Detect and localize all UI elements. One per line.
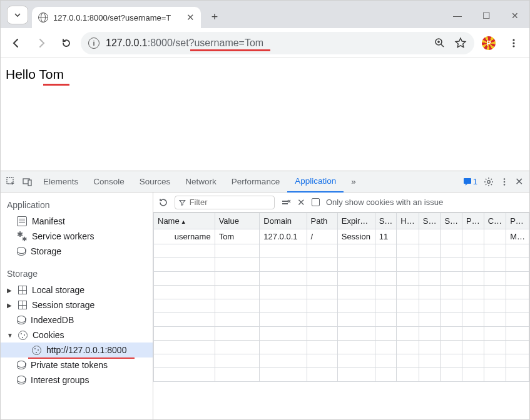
tab-console[interactable]: Console [86,171,132,192]
svg-point-1 [512,39,514,41]
col-httponly[interactable]: H… [397,213,419,229]
tab-sources[interactable]: Sources [132,171,178,192]
col-secure[interactable]: S… [419,213,441,229]
table-row[interactable]: username Tom 127.0.0.1 / Session 11 M… [154,229,529,244]
database-icon [17,376,26,384]
cookies-table[interactable]: Name▲ Value Domain Path Expir… S… H… S… … [153,212,529,419]
svg-rect-7 [464,178,471,184]
close-window-button[interactable]: ✕ [501,3,529,28]
database-icon [17,247,26,256]
table-row[interactable] [154,354,529,368]
browser-menu-button[interactable] [503,32,524,54]
sidebar-item-local-storage[interactable]: ▶Local storage [1,282,153,298]
svg-rect-12 [282,201,288,202]
filter-input[interactable] [175,196,275,209]
grid-icon [18,286,27,294]
tab-elements[interactable]: Elements [36,171,86,192]
cookie-icon [18,331,28,340]
issues-count: 1 [473,177,477,186]
gears-icon [17,231,27,241]
clear-all-icon[interactable] [281,198,291,208]
minimize-button[interactable]: — [443,3,472,28]
cell-size: 11 [375,229,397,244]
table-row[interactable] [154,341,529,354]
site-info-icon[interactable]: i [88,38,99,49]
close-tab-button[interactable]: ✕ [186,12,195,23]
table-row[interactable] [154,368,529,382]
devtools-close-button[interactable]: ✕ [515,176,523,188]
url-path: /set?username=Tom [173,38,263,48]
profile-button[interactable]: P [478,32,499,54]
forward-button[interactable] [31,32,52,54]
sidebar-item-private-state-tokens[interactable]: Private state tokens [1,358,153,372]
globe-icon [38,12,48,22]
reload-icon[interactable] [158,198,168,208]
col-crosssite[interactable]: C… [484,213,506,229]
sidebar-item-session-storage[interactable]: ▶Session storage [1,298,153,312]
col-value[interactable]: Value [215,213,260,229]
col-domain[interactable]: Domain [260,213,307,229]
tab-application[interactable]: Application [287,171,344,192]
delete-selected-button[interactable]: ✕ [297,197,305,208]
filter-field[interactable] [190,198,270,207]
cell-prio: M… [506,229,529,244]
col-priority[interactable]: P… [506,213,529,229]
caret-right-icon: ▶ [7,287,13,294]
col-size[interactable]: S… [375,213,397,229]
zoom-icon[interactable] [434,38,446,49]
table-row[interactable] [154,244,529,258]
sidebar-item-cookie-origin[interactable]: http://127.0.0.1:8000 [1,342,153,358]
table-header-row: Name▲ Value Domain Path Expir… S… H… S… … [154,213,529,229]
window-controls: — ☐ ✕ [443,3,529,28]
sidebar-item-storage[interactable]: Storage [1,244,153,259]
maximize-button[interactable]: ☐ [472,3,501,28]
table-row[interactable] [154,258,529,272]
sidebar-item-indexeddb[interactable]: IndexedDB [1,312,153,328]
annotation-underline [28,358,135,359]
cookies-toolbar: ✕ Only show cookies with an issue [153,192,529,212]
sidebar-item-cookies[interactable]: ▼Cookies [1,328,153,342]
back-button[interactable] [6,32,27,54]
kebab-icon[interactable] [500,178,509,186]
tab-network[interactable]: Network [178,171,224,192]
tab-performance[interactable]: Performance [224,171,287,192]
filter-icon [179,199,186,206]
url-text: 127.0.0.1:8000/set?username=Tom [106,38,263,49]
only-issue-checkbox[interactable] [312,198,320,206]
new-tab-button[interactable]: + [206,8,223,26]
url-port: :8000 [148,38,173,48]
col-partition[interactable]: P… [462,213,484,229]
reload-button[interactable] [56,32,77,54]
browser-tab[interactable]: 127.0.0.1:8000/set?username=T ✕ [32,7,201,28]
table-row[interactable] [154,299,529,313]
settings-icon[interactable] [484,177,494,187]
col-path[interactable]: Path [307,213,337,229]
sort-asc-icon: ▲ [181,219,186,225]
col-samesite[interactable]: S… [441,213,462,229]
issues-badge[interactable]: 1 [463,177,477,186]
table-row[interactable] [154,327,529,341]
chevron-down-icon [14,11,21,19]
sidebar-header-application: Application [1,198,153,214]
svg-point-3 [512,45,514,47]
tab-search-button[interactable] [7,6,28,24]
svg-rect-13 [282,203,288,204]
col-expires[interactable]: Expir… [337,213,375,229]
grid-icon [18,301,27,309]
bookmark-star-icon[interactable] [454,37,467,49]
sidebar-item-service-workers[interactable]: Service workers [1,229,153,244]
sidebar-item-interest-groups[interactable]: Interest groups [1,372,153,388]
col-name[interactable]: Name▲ [154,213,215,229]
device-mode-button[interactable] [19,171,36,192]
cell-value: Tom [219,232,235,241]
sidebar-item-manifest[interactable]: Manifest [1,214,153,229]
inspect-button[interactable] [3,171,19,192]
table-row[interactable] [154,313,529,327]
table-row[interactable] [154,272,529,286]
application-sidebar[interactable]: Application Manifest Service workers Sto… [1,192,153,419]
address-bar[interactable]: i 127.0.0.1:8000/set?username=Tom [81,32,474,54]
kebab-icon [509,38,519,48]
devices-icon [23,177,33,187]
more-tabs-button[interactable]: » [344,171,364,192]
table-row[interactable] [154,286,529,299]
